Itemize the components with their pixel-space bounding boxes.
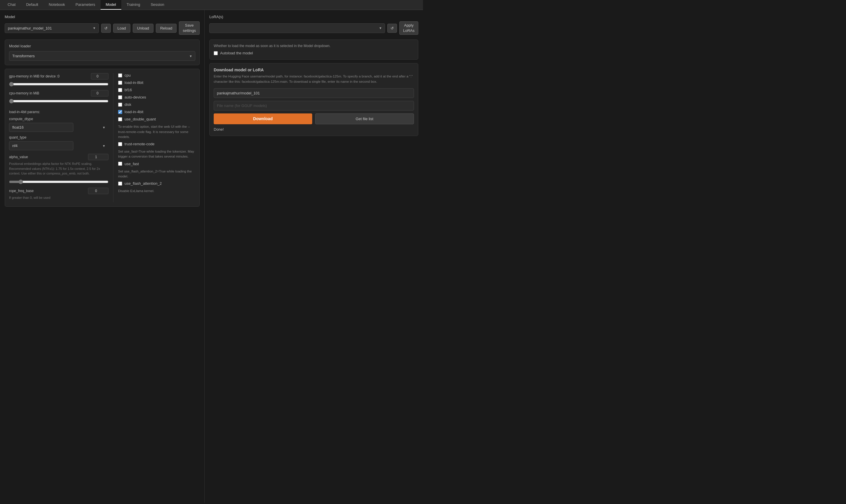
quant-type-arrow-icon: ▼	[102, 144, 106, 148]
checkbox-flash-attn[interactable]	[118, 182, 122, 186]
check-disk: disk	[118, 102, 195, 107]
tab-default[interactable]: Default	[21, 0, 43, 10]
gpu-memory-label: gpu-memory in MiB for device :0	[9, 74, 60, 78]
checkbox-cpu[interactable]	[118, 73, 122, 77]
download-desc: Enter the Hugging Face username/model pa…	[214, 74, 414, 84]
autoload-label: Autoload the model	[220, 51, 253, 55]
model-refresh-button[interactable]: ↺	[101, 24, 111, 33]
params-box: gpu-memory in MiB for device :0 cpu-memo…	[5, 69, 200, 207]
params-left: gpu-memory in MiB for device :0 cpu-memo…	[9, 73, 108, 202]
model-loader-select[interactable]: Transformers	[9, 51, 195, 61]
quant-type-wrapper: nf4fp4 ▼	[9, 141, 108, 150]
checkbox-use-fast[interactable]	[118, 162, 122, 166]
check-auto-devices-label: auto-devices	[125, 95, 146, 100]
load-4bit-label: load-in-4bit params:	[9, 110, 108, 114]
rope-freq-row: rope_freq_base	[9, 188, 108, 194]
rope-freq-label: rope_freq_base	[9, 189, 34, 193]
model-section-label: Model	[5, 15, 200, 19]
quant-type-select[interactable]: nf4fp4	[9, 141, 73, 150]
tab-bar: Chat Default Notebook Parameters Model T…	[0, 0, 423, 10]
alpha-value-input[interactable]	[88, 154, 108, 160]
tab-session[interactable]: Session	[145, 0, 169, 10]
download-btn-row: Download Get file list	[214, 113, 414, 124]
main-content: Model pankajmathur_model_101 ▼ ↺ Load Un…	[0, 10, 423, 503]
status-text: Done!	[214, 127, 414, 131]
model-loader-box: Model loader Transformers ▼	[5, 39, 200, 65]
gpu-memory-row: gpu-memory in MiB for device :0	[9, 73, 108, 79]
tab-parameters[interactable]: Parameters	[70, 0, 100, 10]
apply-loras-button[interactable]: Apply LoRAs	[399, 21, 418, 35]
cpu-memory-label: cpu-memory in MiB	[9, 91, 39, 95]
save-settings-button[interactable]: Save settings	[179, 21, 200, 35]
lora-select[interactable]	[209, 23, 385, 33]
check-auto-devices: auto-devices	[118, 95, 195, 100]
file-name-input[interactable]	[214, 101, 414, 110]
model-select[interactable]: pankajmathur_model_101	[5, 23, 99, 33]
tab-model[interactable]: Model	[101, 0, 121, 10]
get-file-list-button[interactable]: Get file list	[315, 113, 414, 124]
alpha-hint: Positional embeddings alpha factor for N…	[9, 161, 108, 176]
lora-select-wrapper: ▼	[209, 23, 385, 33]
check-use-double-quant-label: use_double_quant	[125, 117, 156, 121]
cpu-memory-row: cpu-memory in MiB	[9, 90, 108, 96]
checkbox-use-double-quant[interactable]	[118, 117, 122, 121]
compute-dtype-label: compute_dtype	[9, 117, 108, 121]
autoload-box: Whether to load the model as soon as it …	[209, 39, 418, 60]
model-loader-label: Model loader	[9, 44, 195, 48]
cpu-memory-slider[interactable]	[9, 99, 108, 104]
params-right: cpu load-in-8bit bf16 auto-devices disk	[118, 73, 195, 202]
checkbox-trust-remote[interactable]	[118, 142, 122, 146]
check-load-8bit-label: load-in-8bit	[125, 80, 143, 85]
checkbox-load-4bit[interactable]	[118, 110, 122, 114]
tab-notebook[interactable]: Notebook	[43, 0, 70, 10]
download-box: Download model or LoRA Enter the Hugging…	[209, 63, 418, 136]
check-flash-attn: use_flash_attention_2	[118, 181, 195, 186]
tab-chat[interactable]: Chat	[2, 0, 21, 10]
tab-training[interactable]: Training	[121, 0, 145, 10]
check-bf16: bf16	[118, 88, 195, 92]
load-button[interactable]: Load	[113, 24, 130, 33]
check-use-fast: use_fast	[118, 162, 195, 166]
alpha-value-row: alpha_value	[9, 154, 108, 160]
check-disk-label: disk	[125, 102, 131, 107]
rope-freq-input[interactable]	[88, 188, 108, 194]
check-bf16-label: bf16	[125, 88, 132, 92]
gpu-memory-slider[interactable]	[9, 82, 108, 87]
check-flash-attn-label: use_flash_attention_2	[125, 181, 162, 186]
alpha-value-slider[interactable]	[9, 180, 108, 184]
trust-remote-note: To enable this option, start the web UI …	[118, 124, 195, 140]
lora-row: ▼ ↺ Apply LoRAs	[209, 21, 418, 35]
flash-attn-note: Set use_flash_attention_2=True while loa…	[118, 169, 195, 179]
download-button[interactable]: Download	[214, 113, 312, 124]
lora-section-label: LoRA(s)	[209, 15, 418, 19]
autoload-checkbox[interactable]	[214, 51, 218, 55]
checkbox-auto-devices[interactable]	[118, 95, 122, 100]
compute-dtype-arrow-icon: ▼	[102, 126, 106, 129]
download-title: Download model or LoRA	[214, 68, 414, 72]
autoload-check-row: Autoload the model	[214, 51, 414, 55]
autoload-desc: Whether to load the model as soon as it …	[214, 44, 414, 48]
unload-button[interactable]: Unload	[133, 24, 154, 33]
quant-type-label: quant_type	[9, 136, 108, 140]
exllama-note: Disable ExLlama kernel.	[118, 188, 195, 194]
check-load-4bit-label: load-in-4bit	[125, 110, 143, 114]
check-cpu: cpu	[118, 73, 195, 77]
model-select-wrapper: pankajmathur_model_101 ▼	[5, 23, 99, 33]
model-row: pankajmathur_model_101 ▼ ↺ Load Unload R…	[5, 21, 200, 35]
rope-freq-hint: If greater than 0, will be used	[9, 195, 108, 200]
cpu-memory-input[interactable]	[91, 90, 108, 96]
gpu-memory-input[interactable]	[91, 73, 108, 79]
check-trust-remote: trust-remote-code	[118, 142, 195, 146]
model-path-input[interactable]	[214, 88, 414, 98]
params-divider	[113, 73, 113, 202]
lora-refresh-button[interactable]: ↺	[387, 24, 397, 33]
model-loader-select-wrapper: Transformers ▼	[9, 51, 195, 61]
checkbox-disk[interactable]	[118, 103, 122, 107]
check-use-double-quant: use_double_quant	[118, 117, 195, 121]
check-load-8bit: load-in-8bit	[118, 80, 195, 85]
checkbox-load-8bit[interactable]	[118, 81, 122, 85]
compute-dtype-select[interactable]: float16float32bfloat16	[9, 123, 73, 132]
reload-button[interactable]: Reload	[156, 24, 177, 33]
right-panel: LoRA(s) ▼ ↺ Apply LoRAs Whether to load …	[205, 10, 423, 503]
checkbox-bf16[interactable]	[118, 88, 122, 92]
